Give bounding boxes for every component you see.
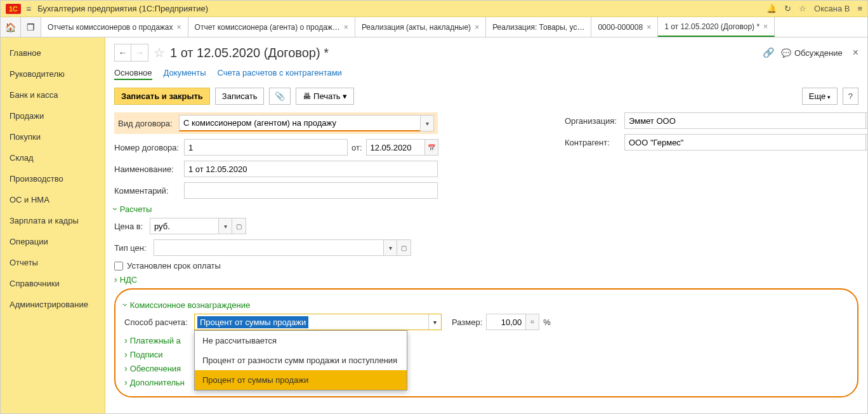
help-button[interactable]: ? xyxy=(843,88,858,105)
sidebar-item[interactable]: Руководителю xyxy=(1,63,105,84)
method-label: Способ расчета: xyxy=(124,317,190,327)
close-icon[interactable]: × xyxy=(177,23,181,32)
print-button[interactable]: 🖶 Печать ▾ xyxy=(296,88,354,105)
org-label: Организация: xyxy=(565,116,621,126)
dropdown-option[interactable]: Процент от разности сумм продажи и посту… xyxy=(195,351,407,370)
star-icon[interactable]: ☆ xyxy=(799,4,806,13)
counterparty-label: Контрагент: xyxy=(565,138,621,147)
name-label: Наименование: xyxy=(114,164,180,174)
open-icon[interactable]: ▢ xyxy=(865,112,867,129)
price-in-label: Цена в: xyxy=(114,222,146,231)
commission-callout: Комиссионное вознаграждение Способ расче… xyxy=(114,288,858,397)
sidebar-item[interactable]: Банк и касса xyxy=(1,84,105,105)
tab-4[interactable]: 0000-000008× xyxy=(591,17,658,37)
sidebar-item[interactable]: Операции xyxy=(1,231,105,252)
calendar-icon[interactable]: 📅 xyxy=(424,139,438,156)
price-type-label: Тип цен: xyxy=(114,243,150,253)
more-button[interactable]: Еще xyxy=(802,88,838,105)
dropdown-icon[interactable]: ▾ xyxy=(428,314,441,330)
app-title: Бухгалтерия предприятия (1С:Предприятие) xyxy=(37,4,766,13)
open-icon[interactable]: ▢ xyxy=(865,134,867,150)
price-type-input[interactable] xyxy=(154,239,383,256)
percent-label: % xyxy=(543,317,551,327)
page-title: 1 от 12.05.2020 (Договор) * xyxy=(170,46,758,60)
tab-1[interactable]: Отчет комиссионера (агента) о продаж…× xyxy=(188,17,355,37)
sidebar-item[interactable]: ОС и НМА xyxy=(1,189,105,210)
org-input[interactable] xyxy=(624,112,865,129)
method-value: Процент от суммы продажи xyxy=(197,316,308,328)
subtab-accounts[interactable]: Счета расчетов с контрагентами xyxy=(218,68,342,80)
dropdown-icon[interactable]: ▾ xyxy=(420,115,434,131)
currency-input[interactable] xyxy=(150,218,218,234)
counterparty-input[interactable] xyxy=(624,134,865,150)
method-dropdown: Не рассчитывается Процент от разности су… xyxy=(194,330,407,391)
tabs-row: 🏠 ❐ Отчеты комиссионеров о продажах× Отч… xyxy=(1,17,867,37)
sidebar-item[interactable]: Главное xyxy=(1,43,105,63)
tab-5[interactable]: 1 от 12.05.2020 (Договор) *× xyxy=(658,17,775,37)
sidebar-item[interactable]: Продажи xyxy=(1,105,105,126)
amount-label: Размер: xyxy=(452,317,482,327)
menu-down-icon[interactable]: ≡ xyxy=(857,4,862,13)
back-button[interactable]: ← xyxy=(115,44,131,61)
save-close-button[interactable]: Записать и закрыть xyxy=(114,88,210,105)
close-icon[interactable]: × xyxy=(344,23,348,32)
nav-arrows: ← → xyxy=(114,44,148,62)
forward-button[interactable]: → xyxy=(131,44,148,61)
favorite-icon[interactable]: ☆ xyxy=(154,45,165,60)
open-icon[interactable]: ▢ xyxy=(397,239,411,256)
section-commission[interactable]: Комиссионное вознаграждение xyxy=(124,300,848,310)
tab-3[interactable]: Реализация: Товары, ус… xyxy=(486,17,591,37)
windows-button[interactable]: ❐ xyxy=(21,17,41,37)
dropdown-option[interactable]: Процент от суммы продажи xyxy=(195,370,407,390)
section-vat[interactable]: НДС xyxy=(114,274,858,284)
section-calc[interactable]: Расчеты xyxy=(114,204,858,214)
close-icon[interactable]: × xyxy=(853,47,858,58)
close-icon[interactable]: × xyxy=(647,23,651,32)
chat-icon: 💬 xyxy=(781,48,791,58)
comment-input[interactable] xyxy=(184,182,438,199)
amount-input[interactable] xyxy=(486,314,525,330)
save-button[interactable]: Записать xyxy=(215,88,265,105)
bell-icon[interactable]: 🔔 xyxy=(766,4,777,13)
title-bar: 1C ≡ Бухгалтерия предприятия (1С:Предпри… xyxy=(1,1,867,17)
attach-button[interactable]: 📎 xyxy=(269,88,291,105)
close-icon[interactable]: × xyxy=(475,23,479,32)
due-label: Установлен срок оплаты xyxy=(127,261,221,270)
sidebar-item[interactable]: Зарплата и кадры xyxy=(1,210,105,231)
comment-label: Комментарий: xyxy=(114,186,180,196)
home-button[interactable]: 🏠 xyxy=(1,17,21,37)
method-combo: Процент от суммы продажи ▾ Не рассчитыва… xyxy=(194,314,442,330)
date-input[interactable] xyxy=(366,139,424,156)
number-input[interactable] xyxy=(184,139,348,156)
method-input[interactable]: Процент от суммы продажи ▾ xyxy=(194,314,442,330)
subtab-docs[interactable]: Документы xyxy=(164,68,206,80)
dropdown-icon[interactable]: ▾ xyxy=(218,218,232,234)
discuss-button[interactable]: 💬 Обсуждение xyxy=(781,48,843,58)
sidebar-item[interactable]: Производство xyxy=(1,168,105,189)
close-icon[interactable]: × xyxy=(763,22,768,31)
sidebar-item[interactable]: Склад xyxy=(1,147,105,168)
due-checkbox[interactable] xyxy=(114,262,123,270)
contract-type-input[interactable] xyxy=(179,115,420,131)
tab-2[interactable]: Реализация (акты, накладные)× xyxy=(355,17,486,37)
sidebar-item[interactable]: Отчеты xyxy=(1,252,105,273)
sidebar-item[interactable]: Справочники xyxy=(1,273,105,294)
user-name[interactable]: Оксана В xyxy=(814,4,850,13)
sidebar-item[interactable]: Покупки xyxy=(1,126,105,147)
subtab-main[interactable]: Основное xyxy=(114,68,152,80)
contract-type-row: Вид договора: ▾ xyxy=(114,112,438,134)
dropdown-icon[interactable]: ▾ xyxy=(383,239,397,256)
logo-1c: 1C xyxy=(6,4,21,14)
contract-type-label: Вид договора: xyxy=(118,119,179,128)
sidebar-item[interactable]: Администрирование xyxy=(1,294,105,315)
dropdown-option[interactable]: Не рассчитывается xyxy=(195,331,407,351)
sidebar: Главное Руководителю Банк и касса Продаж… xyxy=(1,37,105,413)
calculator-icon[interactable]: ⌗ xyxy=(525,314,539,330)
tab-0[interactable]: Отчеты комиссионеров о продажах× xyxy=(41,17,188,37)
from-label: от: xyxy=(352,143,362,152)
menu-icon[interactable]: ≡ xyxy=(26,4,31,14)
link-icon[interactable]: 🔗 xyxy=(763,47,775,58)
name-input[interactable] xyxy=(184,161,438,177)
history-icon[interactable]: ↻ xyxy=(784,4,791,13)
open-icon[interactable]: ▢ xyxy=(232,218,246,234)
